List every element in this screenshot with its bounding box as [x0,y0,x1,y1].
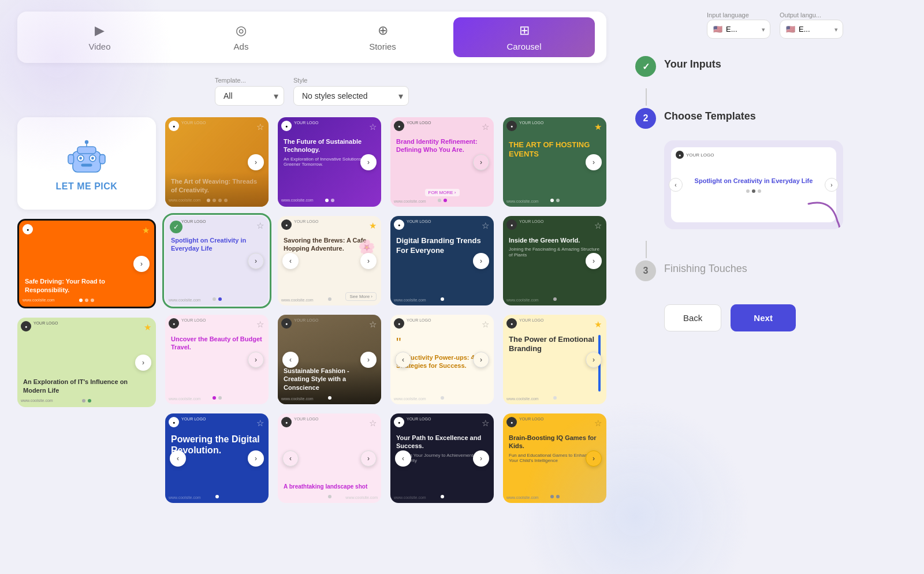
card-logo-circle: ● [394,318,404,329]
card-nav-next[interactable]: › [473,352,489,368]
card-dots [441,297,444,301]
template-brand-identity[interactable]: ● YOUR LOGO ☆ Brand Identity Refinement:… [390,117,494,207]
template-it-influence[interactable]: ● YOUR LOGO ★ An Exploration of IT's Inf… [17,318,156,407]
tab-ads[interactable]: ◎ Ads [170,17,312,57]
template-productivity[interactable]: ● YOUR LOGO ☆ " Productivity Power-ups: … [390,315,494,404]
card-nav-next[interactable]: › [248,253,264,269]
tab-carousel[interactable]: ⊞ Carousel [453,17,595,57]
svg-rect-8 [81,164,92,167]
card-nav-next[interactable]: › [360,352,377,368]
card-logo-circle: ● [169,417,179,427]
template-art-weaving[interactable]: ● YOUR LOGO ☆ The Art of Weaving: Thread… [165,117,269,207]
card-logo-text: YOUR LOGO [294,121,318,125]
card-nav-next[interactable]: › [248,154,264,170]
card-url: www.coolsite.com [506,495,539,500]
preview-logo-text: YOUR LOGO [686,152,714,158]
card-nav-prev[interactable]: ‹ [395,450,411,467]
template-spotlight[interactable]: ✓ YOUR LOGO ☆ Spotlight on Creativity in… [165,216,269,305]
card-logo-circle: ● [506,219,517,230]
card-nav-prev[interactable]: ‹ [282,450,299,467]
card-nav-prev[interactable]: ‹ [395,352,411,368]
back-button[interactable]: Back [664,304,721,331]
card-cta: See More › [345,292,377,301]
card-nav-next[interactable]: › [248,450,264,467]
template-emotional-branding[interactable]: ● YOUR LOGO ★ The Power of Emotional Bra… [503,315,606,404]
output-lang-selector[interactable]: 🇺🇸 E... [780,20,843,39]
card-logo-text: YOUR LOGO [519,121,543,125]
card-nav-next[interactable]: › [586,154,602,170]
svg-point-7 [91,157,94,160]
card-nav-prev[interactable]: ‹ [170,450,186,467]
preview-card: ● YOUR LOGO Spotlight on Creativity in E… [664,140,843,229]
card-url: www.coolsite.com [23,298,55,302]
template-cafe-hopping[interactable]: ● YOUR LOGO ★ Savoring the Brews: A Cafe… [278,216,381,305]
card-nav-next[interactable]: › [473,154,489,170]
card-nav-next[interactable]: › [473,450,489,467]
template-path-excellence[interactable]: ● YOUR LOGO ☆ Your Path to Excellence an… [390,413,494,503]
star-icon: ☆ [482,319,489,330]
card-logo-circle: ● [281,318,292,329]
template-landscape[interactable]: ● YOUR LOGO ☆ A breathtaking landscape s… [278,413,381,503]
output-lang-value: E... [799,25,810,33]
preview-inner: ● YOUR LOGO Spotlight on Creativity in E… [671,147,836,222]
input-lang-selector[interactable]: 🇺🇸 E... [707,20,770,39]
card-dots [328,297,331,301]
card-nav-next[interactable]: › [133,256,150,272]
tab-stories[interactable]: ⊕ Stories [312,17,453,57]
card-nav-next[interactable]: › [360,450,377,467]
style-filter-select[interactable]: No styles selected [293,86,409,106]
card-logo-text: YOUR LOGO [519,417,543,421]
card-nav-prev[interactable]: ‹ [282,253,299,269]
card-logo-text: YOUR LOGO [181,219,206,223]
card-title-text: An Exploration of IT's Influence on Mode… [23,378,150,394]
step-1-item: ✓ Your Inputs [635,56,843,77]
template-filter-select[interactable]: All [215,86,284,106]
card-url: www.coolsite.com [281,298,314,302]
card-nav-next[interactable]: › [360,253,377,269]
card-nav-next[interactable]: › [586,450,602,467]
card-nav-next[interactable]: › [360,154,377,170]
robot-icon [64,135,110,181]
template-sustainable-fashion[interactable]: ● YOUR LOGO ☆ Sustainable Fashion - Crea… [278,315,381,404]
card-dots [550,495,560,498]
card-nav-next[interactable]: › [586,253,602,269]
card-title-text: The Power of Emotional Branding [509,335,596,353]
card-nav-prev[interactable]: ‹ [282,352,299,368]
svg-rect-10 [99,155,105,164]
star-icon: ☆ [482,418,489,428]
card-logo-circle: ● [21,321,31,331]
templates-section: LET ME PICK ● ★ Safe Driving: Your Road … [17,117,606,503]
card-dots [441,396,444,400]
card-nav-next[interactable]: › [248,352,264,368]
preview-dot-1 [746,189,750,193]
preview-dot-2 [752,189,755,193]
template-sustainable-tech[interactable]: ● YOUR LOGO ☆ The Future of Sustainable … [278,117,381,207]
tab-stories-label: Stories [369,42,396,51]
card-url: www.coolsite.com [394,495,426,500]
template-hosting-events[interactable]: ● YOUR LOGO ★ THE ART OF HOSTING EVENTS … [503,117,606,207]
filters-row: Template... All Style No styles selected [17,77,606,106]
star-icon: ★ [142,225,150,236]
template-safe-driving[interactable]: ● ★ Safe Driving: Your Road to Responsib… [17,219,156,308]
card-logo-text: YOUR LOGO [407,318,431,322]
preview-nav-next[interactable]: › [825,178,839,192]
card-url: www.coolsite.com [506,199,539,203]
card-nav-next[interactable]: › [135,355,151,371]
template-budget-travel[interactable]: ● YOUR LOGO ☆ Uncover the Beauty of Budg… [165,315,269,404]
next-button[interactable]: Next [731,304,796,331]
template-brain-boosting[interactable]: ● YOUR LOGO ☆ Brain-Boosting IQ Games fo… [503,413,606,503]
template-digital-revolution[interactable]: ● YOUR LOGO ☆ Powering the Digital Revol… [165,413,269,503]
template-digital-branding[interactable]: ● YOUR LOGO ☆ Digital Branding Trends Fo… [390,216,494,305]
template-green-world[interactable]: ● YOUR LOGO ☆ Inside the Green World. Jo… [503,216,606,305]
let-me-pick-card[interactable]: LET ME PICK [17,117,156,210]
card-nav-next[interactable]: › [473,253,489,269]
tab-video[interactable]: ▶ Video [29,17,170,57]
card-dots [79,299,94,302]
card-dots [553,396,557,400]
card-title-text: Your Path to Excellence and Success. [396,434,488,450]
input-lang-label: Input language [707,12,770,18]
card-nav-next[interactable]: › [586,352,602,368]
template-filter-group: Template... All [215,77,284,106]
card-url: www.coolsite.com [394,397,426,401]
preview-nav-prev[interactable]: ‹ [669,178,683,192]
